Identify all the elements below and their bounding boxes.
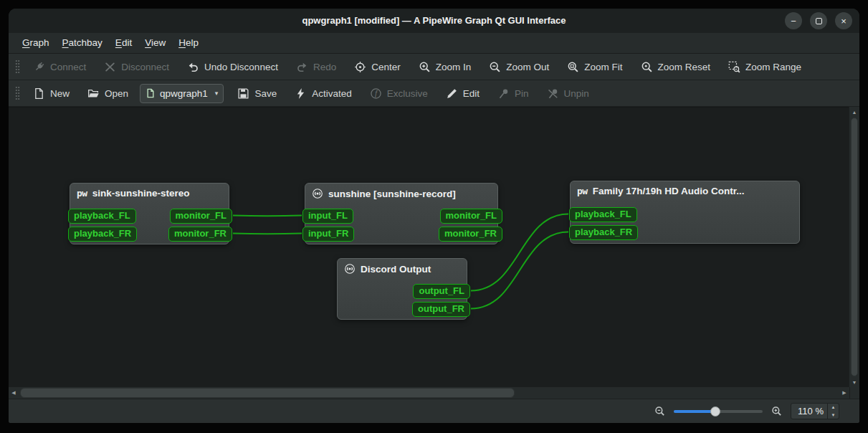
close-icon: × bbox=[841, 16, 846, 27]
menu-edit[interactable]: Edit bbox=[109, 33, 138, 53]
connection-sink-sunshine-stereo:monitor_FR-to-sunshine:input_FR[interactable] bbox=[233, 234, 302, 234]
pipewire-icon: pw bbox=[77, 188, 87, 199]
port-input_FR[interactable]: input_FR bbox=[302, 227, 354, 242]
menu-graph[interactable]: Graph bbox=[16, 33, 56, 53]
connect-button[interactable]: Connect bbox=[27, 57, 92, 77]
exclusive-icon: ƒ bbox=[370, 87, 382, 100]
save-label: Save bbox=[254, 88, 277, 99]
horizontal-scrollbar-row: ◀ ▶ bbox=[9, 387, 859, 399]
node-discord-output[interactable]: Discord Output output_FL output_FR bbox=[337, 258, 467, 320]
scroll-right-arrow-icon[interactable]: ▶ bbox=[839, 387, 849, 399]
port-playback_FL[interactable]: playback_FL bbox=[68, 209, 136, 224]
vertical-scrollbar[interactable]: ▲ ▼ bbox=[849, 107, 859, 387]
node-title: sunshine [sunshine-record] bbox=[328, 189, 456, 199]
new-button[interactable]: New bbox=[27, 84, 76, 103]
zoom-range-button[interactable]: Zoom Range bbox=[722, 57, 808, 77]
port-input_FL[interactable]: input_FL bbox=[302, 209, 353, 224]
disconnect-button[interactable]: Disconnect bbox=[97, 57, 176, 77]
connection-sink-sunshine-stereo:monitor_FL-to-sunshine:input_FL[interactable] bbox=[233, 216, 302, 217]
port-playback_FR[interactable]: playback_FR bbox=[569, 225, 638, 240]
scroll-up-arrow-icon[interactable]: ▲ bbox=[849, 107, 859, 117]
monitor-icon bbox=[344, 263, 356, 275]
connections-layer bbox=[9, 108, 849, 387]
pin-button[interactable]: Pin bbox=[491, 84, 535, 103]
maximize-button[interactable] bbox=[810, 12, 827, 29]
spin-down-arrow-icon[interactable]: ▼ bbox=[828, 411, 839, 419]
zoom-slider[interactable] bbox=[674, 406, 763, 417]
zoom-in-magnifier-icon[interactable] bbox=[771, 406, 782, 417]
save-icon bbox=[237, 87, 249, 100]
menu-patchbay-label: atchbay bbox=[69, 37, 102, 48]
lightning-bolt-icon bbox=[295, 87, 307, 100]
zoom-percent-value[interactable]: 110 % bbox=[791, 404, 827, 419]
zoom-fit-label: Zoom Fit bbox=[584, 62, 622, 72]
pipewire-icon: pw bbox=[577, 186, 588, 196]
node-family-hd-audio[interactable]: pw Family 17h/19h HD Audio Contr... play… bbox=[570, 181, 800, 244]
scroll-left-arrow-icon[interactable]: ◀ bbox=[9, 387, 19, 399]
horizontal-scrollbar[interactable]: ◀ ▶ bbox=[9, 387, 849, 399]
zoom-slider-handle[interactable] bbox=[710, 406, 720, 417]
graph-toolbar: Connect Disconnect Undo Disconnect Redo bbox=[9, 54, 859, 80]
scroll-down-arrow-icon[interactable]: ▼ bbox=[849, 377, 859, 387]
open-folder-icon bbox=[87, 87, 100, 100]
port-output_FL[interactable]: output_FL bbox=[413, 284, 470, 299]
zoom-out-label: Zoom Out bbox=[506, 62, 549, 72]
zoom-out-button[interactable]: Zoom Out bbox=[482, 57, 555, 77]
graph-canvas[interactable]: pw sink-sunshine-stereo playback_FL play… bbox=[9, 107, 849, 387]
zoom-reset-label: Zoom Reset bbox=[658, 62, 711, 72]
redo-icon bbox=[296, 61, 308, 73]
spin-buttons: ▲ ▼ bbox=[827, 404, 839, 419]
pin-icon bbox=[497, 87, 510, 100]
port-playback_FR[interactable]: playback_FR bbox=[68, 227, 137, 242]
edit-pencil-icon bbox=[446, 87, 458, 100]
save-button[interactable]: Save bbox=[231, 84, 283, 103]
menu-view[interactable]: View bbox=[138, 33, 172, 53]
undo-icon bbox=[187, 61, 199, 73]
center-button[interactable]: Center bbox=[348, 57, 407, 77]
open-button[interactable]: Open bbox=[81, 84, 135, 103]
close-button[interactable]: × bbox=[835, 12, 852, 29]
minimize-button[interactable]: − bbox=[785, 12, 802, 29]
zoom-range-icon bbox=[728, 61, 740, 73]
port-output_FR[interactable]: output_FR bbox=[412, 302, 470, 317]
unpin-button[interactable]: Unpin bbox=[540, 84, 596, 103]
menu-edit-label: dit bbox=[122, 37, 132, 48]
node-title: Discord Output bbox=[361, 264, 431, 275]
menu-graph-label: raph bbox=[30, 37, 49, 48]
zoom-fit-button[interactable]: Zoom Fit bbox=[561, 57, 629, 77]
edit-label: Edit bbox=[463, 88, 480, 99]
zoom-reset-button[interactable]: Zoom Reset bbox=[634, 57, 717, 77]
window-controls: − × bbox=[785, 12, 852, 29]
exclusive-button[interactable]: ƒ Exclusive bbox=[363, 84, 434, 103]
vertical-scrollbar-thumb[interactable] bbox=[851, 118, 858, 376]
open-label: Open bbox=[105, 88, 128, 99]
qpwgraph-window: qpwgraph1 [modified] — A PipeWire Graph … bbox=[9, 9, 859, 423]
port-monitor_FL[interactable]: monitor_FL bbox=[170, 209, 233, 224]
spin-up-arrow-icon[interactable]: ▲ bbox=[828, 404, 839, 411]
redo-button[interactable]: Redo bbox=[290, 57, 343, 77]
node-sink-sunshine-stereo[interactable]: pw sink-sunshine-stereo playback_FL play… bbox=[70, 183, 229, 244]
node-header: pw sink-sunshine-stereo bbox=[70, 184, 229, 200]
toolbar-drag-handle[interactable] bbox=[15, 86, 20, 100]
menu-patchbay[interactable]: Patchbay bbox=[56, 33, 109, 53]
toolbar-drag-handle[interactable] bbox=[15, 60, 20, 74]
port-playback_FL[interactable]: playback_FL bbox=[569, 207, 637, 222]
horizontal-scrollbar-thumb[interactable] bbox=[20, 388, 515, 398]
zoom-out-magnifier-icon[interactable] bbox=[654, 406, 665, 417]
menu-help[interactable]: Help bbox=[172, 33, 205, 53]
redo-label: Redo bbox=[313, 62, 336, 72]
undo-disconnect-label: Undo Disconnect bbox=[204, 62, 278, 72]
port-monitor_FR[interactable]: monitor_FR bbox=[168, 227, 232, 242]
zoom-in-icon bbox=[419, 61, 431, 73]
edit-button[interactable]: Edit bbox=[439, 84, 486, 103]
undo-disconnect-button[interactable]: Undo Disconnect bbox=[181, 57, 285, 77]
port-monitor_FR[interactable]: monitor_FR bbox=[439, 227, 502, 242]
zoom-percent-spinbox[interactable]: 110 % ▲ ▼ bbox=[791, 403, 839, 419]
node-header: sunshine [sunshine-record] bbox=[305, 184, 497, 201]
port-monitor_FL[interactable]: monitor_FL bbox=[440, 209, 503, 224]
unpin-icon bbox=[547, 87, 559, 100]
patchbay-preset-combobox[interactable]: qpwgraph1 ▾ bbox=[140, 84, 224, 103]
node-sunshine-record[interactable]: sunshine [sunshine-record] input_FL inpu… bbox=[305, 183, 498, 244]
activated-button[interactable]: Activated bbox=[288, 84, 358, 103]
zoom-in-button[interactable]: Zoom In bbox=[412, 57, 478, 77]
